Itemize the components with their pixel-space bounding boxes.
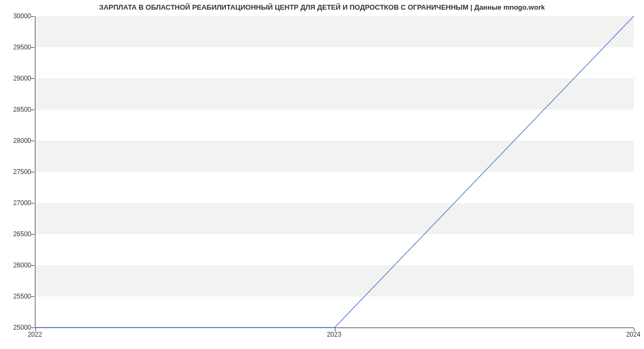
y-tick-label: 29500: [2, 43, 31, 51]
y-tick-label: 29000: [2, 75, 31, 82]
y-tick: [31, 141, 34, 141]
y-tick: [31, 296, 34, 297]
y-tick-label: 25500: [2, 293, 31, 300]
x-tick-label: 2023: [327, 331, 341, 338]
y-tick-label: 28500: [2, 106, 31, 113]
x-tick-label: 2024: [626, 331, 641, 338]
y-tick-label: 26000: [2, 261, 31, 269]
y-tick: [31, 47, 34, 48]
chart-container: ЗАРПЛАТА В ОБЛАСТНОЙ РЕАБИЛИТАЦИОННЫЙ ЦЕ…: [0, 0, 644, 349]
y-tick-label: 30000: [2, 12, 31, 20]
y-tick: [31, 16, 34, 17]
y-tick-label: 27000: [2, 199, 31, 207]
y-tick-label: 28000: [2, 137, 31, 144]
y-tick-label: 27500: [2, 168, 31, 176]
y-tick: [31, 203, 34, 203]
y-tick: [31, 234, 34, 235]
y-tick: [31, 328, 34, 328]
y-tick-label: 25000: [2, 324, 31, 331]
y-tick-label: 26500: [2, 230, 31, 238]
plot-area: [35, 16, 634, 328]
y-tick: [31, 110, 34, 110]
y-tick: [31, 265, 34, 266]
x-tick-label: 2022: [28, 331, 42, 338]
series-line: [35, 16, 634, 328]
y-tick: [31, 172, 34, 172]
line-series: [35, 16, 634, 328]
chart-title: ЗАРПЛАТА В ОБЛАСТНОЙ РЕАБИЛИТАЦИОННЫЙ ЦЕ…: [0, 3, 644, 11]
y-tick: [31, 78, 34, 79]
